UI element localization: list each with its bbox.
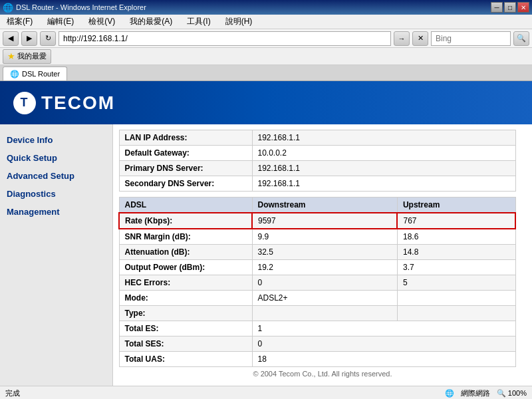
table-row: HEC Errors: 0 5: [119, 275, 515, 291]
spacer-row: [119, 192, 515, 198]
tab-dsl-router[interactable]: 🌐 DSL Router: [3, 66, 67, 80]
label-cell: Total UAS:: [119, 352, 252, 367]
downstream-cell: 18: [252, 352, 515, 367]
go-button[interactable]: →: [394, 31, 410, 46]
info-table: LAN IP Address: 192.168.1.1 Default Gate…: [118, 130, 516, 367]
brand-header: T TECOM: [0, 81, 532, 124]
stop-button[interactable]: ✕: [412, 31, 428, 46]
upstream-cell: 767: [397, 213, 515, 229]
favorites-button[interactable]: ★ 我的最愛: [3, 49, 51, 64]
adsl-col1: ADSL: [119, 198, 252, 213]
label-cell: Total SES:: [119, 336, 252, 352]
sidebar-item-quick-setup[interactable]: Quick Setup: [0, 149, 112, 167]
main-panel: LAN IP Address: 192.168.1.1 Default Gate…: [113, 124, 532, 386]
brand-logo: T TECOM: [13, 92, 115, 114]
menu-view[interactable]: 檢視(V): [84, 15, 119, 29]
address-input[interactable]: [59, 31, 391, 46]
table-row: Total SES: 0: [119, 336, 515, 352]
address-bar: ◀ ▶ ↻ → ✕ 🔍: [0, 29, 532, 48]
status-right: 🌐 網際網路 🔍 100%: [445, 388, 527, 398]
table-row: Attenuation (dB): 32.5 14.8: [119, 245, 515, 260]
downstream-cell: 32.5: [252, 245, 397, 260]
label-cell: Mode:: [119, 291, 252, 306]
table-row: Output Power (dBm): 19.2 3.7: [119, 260, 515, 275]
value-cell: 192.168.1.1: [252, 130, 515, 146]
title-bar-controls: ─ □ ✕: [491, 2, 529, 13]
upstream-cell: [397, 306, 515, 321]
menu-favorites[interactable]: 我的最愛(A): [126, 15, 176, 29]
network-label: 網際網路: [461, 388, 490, 398]
value-cell: 192.168.1.1: [252, 161, 515, 176]
downstream-cell: 9597: [252, 213, 397, 229]
menu-tools[interactable]: 工具(I): [183, 15, 214, 29]
table-row: Primary DNS Server: 192.168.1.1: [119, 161, 515, 176]
table-row: Total ES: 1: [119, 321, 515, 336]
sidebar-item-management[interactable]: Management: [0, 203, 112, 221]
value-cell: 192.168.1.1: [252, 176, 515, 192]
tab-label: DSL Router: [22, 70, 60, 78]
adsl-header-row: ADSL Downstream Upstream: [119, 198, 515, 213]
menu-help[interactable]: 說明(H): [221, 15, 257, 29]
search-button[interactable]: 🔍: [513, 31, 529, 46]
label-cell: LAN IP Address:: [119, 130, 252, 146]
close-button[interactable]: ✕: [517, 2, 529, 13]
network-icon: 🌐: [445, 389, 454, 398]
logo-text: TECOM: [41, 92, 115, 114]
table-row: Secondary DNS Server: 192.168.1.1: [119, 176, 515, 192]
sidebar: Device Info Quick Setup Advanced Setup D…: [0, 124, 113, 386]
label-cell: Secondary DNS Server:: [119, 176, 252, 192]
table-row: SNR Margin (dB): 9.9 18.6: [119, 229, 515, 245]
status-bar: 完成 🌐 網際網路 🔍 100%: [0, 386, 532, 399]
search-input[interactable]: [431, 31, 511, 46]
tab-bar: 🌐 DSL Router: [0, 65, 532, 81]
downstream-cell: 0: [252, 275, 397, 291]
label-cell: Primary DNS Server:: [119, 161, 252, 176]
zoom-level: 🔍 100%: [497, 389, 527, 398]
downstream-cell: 19.2: [252, 260, 397, 275]
title-bar-left: 🌐 DSL Router - Windows Internet Explorer: [3, 3, 146, 13]
logo-icon: T: [13, 92, 36, 114]
sidebar-item-advanced-setup[interactable]: Advanced Setup: [0, 167, 112, 185]
tab-icon: 🌐: [10, 70, 19, 78]
browser-icon: 🌐: [3, 3, 13, 13]
title-bar: 🌐 DSL Router - Windows Internet Explorer…: [0, 0, 532, 15]
menu-file[interactable]: 檔案(F): [3, 15, 37, 29]
menu-edit[interactable]: 編輯(E): [43, 15, 78, 29]
label-cell: Default Gateway:: [119, 146, 252, 161]
sidebar-item-diagnostics[interactable]: Diagnostics: [0, 185, 112, 203]
label-cell: Output Power (dBm):: [119, 260, 252, 275]
refresh-button[interactable]: ↻: [40, 31, 56, 46]
upstream-cell: [397, 291, 515, 306]
label-cell: Type:: [119, 306, 252, 321]
star-icon: ★: [7, 51, 15, 61]
table-row: Type:: [119, 306, 515, 321]
maximize-button[interactable]: □: [504, 2, 516, 13]
forward-button[interactable]: ▶: [21, 31, 37, 46]
downstream-cell: 0: [252, 336, 515, 352]
label-cell: SNR Margin (dB):: [119, 229, 252, 245]
content-area: Device Info Quick Setup Advanced Setup D…: [0, 124, 532, 386]
sidebar-item-device-info[interactable]: Device Info: [0, 131, 112, 149]
label-cell: Total ES:: [119, 321, 252, 336]
footer-copyright: © 2004 Tecom Co., Ltd. All rights reserv…: [118, 367, 527, 380]
minimize-button[interactable]: ─: [491, 2, 503, 13]
window-title: DSL Router - Windows Internet Explorer: [16, 3, 146, 11]
table-row: LAN IP Address: 192.168.1.1: [119, 130, 515, 146]
downstream-cell: ADSL2+: [252, 291, 397, 306]
downstream-cell: 9.9: [252, 229, 397, 245]
toolbar: ★ 我的最愛: [0, 48, 532, 65]
adsl-col3: Upstream: [397, 198, 515, 213]
status-text: 完成: [5, 388, 20, 398]
menu-bar: 檔案(F) 編輯(E) 檢視(V) 我的最愛(A) 工具(I) 說明(H): [0, 15, 532, 29]
upstream-cell: 18.6: [397, 229, 515, 245]
upstream-cell: 14.8: [397, 245, 515, 260]
label-cell: HEC Errors:: [119, 275, 252, 291]
back-button[interactable]: ◀: [3, 31, 19, 46]
table-row-rate: Rate (Kbps): 9597 767: [119, 213, 515, 229]
upstream-cell: 3.7: [397, 260, 515, 275]
downstream-cell: 1: [252, 321, 515, 336]
upstream-cell: 5: [397, 275, 515, 291]
favorites-label: 我的最愛: [17, 51, 47, 61]
adsl-col2: Downstream: [252, 198, 397, 213]
table-row: Default Gateway: 10.0.0.2: [119, 146, 515, 161]
